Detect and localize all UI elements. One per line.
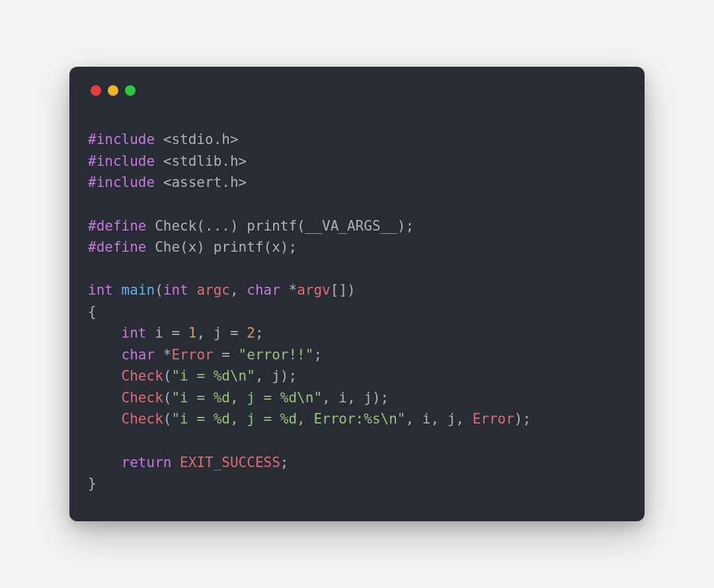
code-token: , j); [255, 368, 297, 384]
code-token: int [122, 325, 147, 341]
code-block: #include <stdio.h> #include <stdlib.h> #… [88, 129, 626, 494]
code-token: <stdlib.h> [155, 153, 247, 169]
code-token: ( [163, 411, 172, 427]
code-token [88, 390, 122, 406]
code-token: argv [297, 282, 331, 298]
code-token: #include [88, 131, 155, 147]
code-token: 2 [247, 325, 255, 341]
code-token: ; [280, 455, 289, 470]
code-token: , i, j, [405, 411, 472, 427]
code-token: ; [255, 325, 264, 341]
code-token: Che(x) printf(x); [147, 239, 298, 255]
code-token: ( [163, 368, 172, 384]
code-token: "error!!" [239, 347, 314, 363]
code-token [188, 282, 197, 298]
code-token: , j = [196, 325, 247, 341]
code-token [88, 411, 122, 427]
code-token: { [88, 304, 97, 320]
code-token: char [247, 282, 280, 298]
code-token [113, 282, 122, 298]
code-token: #include [88, 174, 155, 190]
titlebar [91, 85, 626, 96]
code-token: Error [473, 411, 514, 427]
code-token [88, 368, 122, 384]
code-token: ( [155, 282, 163, 298]
code-token: = [214, 347, 239, 363]
code-token: #include [88, 153, 155, 169]
code-token: * [280, 282, 297, 298]
code-token: Check [122, 390, 163, 406]
code-token: EXIT_SUCCESS [180, 455, 280, 470]
code-token [88, 455, 122, 470]
code-token: char [122, 347, 155, 363]
code-token: main [122, 282, 155, 298]
code-token: int [163, 282, 188, 298]
code-window: #include <stdio.h> #include <stdlib.h> #… [69, 67, 645, 521]
code-token: int [88, 282, 113, 298]
code-token: 1 [188, 325, 197, 341]
code-token: Error [171, 347, 213, 363]
code-token: <assert.h> [155, 174, 247, 190]
code-token: Check [122, 411, 163, 427]
maximize-icon[interactable] [125, 85, 136, 96]
code-token: return [122, 455, 172, 470]
code-token [88, 347, 122, 363]
code-token: , i, j); [322, 390, 389, 406]
code-token: ; [313, 347, 322, 363]
code-token: argc [196, 282, 230, 298]
close-icon[interactable] [91, 85, 101, 96]
code-token: Check [122, 368, 163, 384]
code-token [171, 455, 180, 470]
code-token: "i = %d\n" [171, 368, 255, 384]
code-token: []) [331, 282, 356, 298]
code-token: } [88, 476, 97, 492]
code-token: #define [88, 239, 147, 255]
code-token: <stdio.h> [155, 131, 238, 147]
minimize-icon[interactable] [108, 85, 118, 96]
code-token: ); [514, 411, 531, 427]
code-token [88, 325, 122, 341]
code-token: "i = %d, j = %d\n" [171, 390, 322, 406]
code-token: * [155, 347, 171, 363]
code-token: "i = %d, j = %d, Error:%s\n" [171, 411, 405, 427]
code-token: , [230, 282, 247, 298]
code-token: i = [147, 325, 188, 341]
code-token: #define [88, 218, 147, 234]
code-token: Check(...) printf(__VA_ARGS__); [147, 218, 415, 234]
code-token: ( [163, 390, 172, 406]
